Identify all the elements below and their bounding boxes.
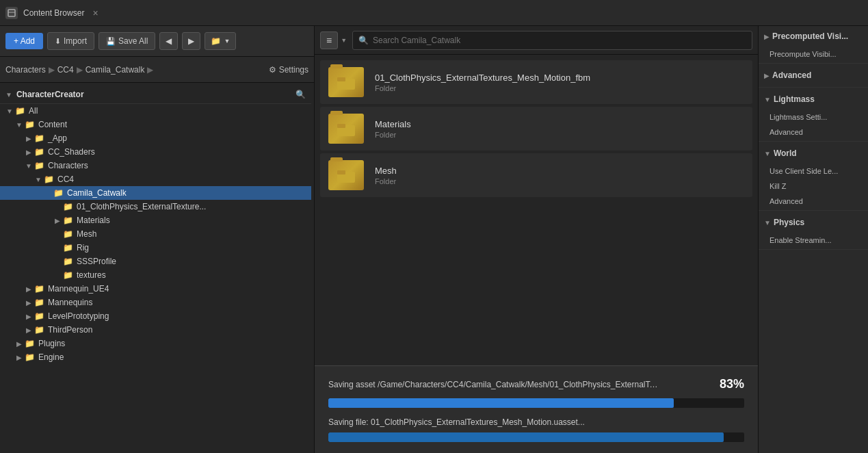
folder-name: Mesh — [375, 166, 397, 176]
save-icon: 💾 — [106, 37, 116, 46]
tree-item-label: Mannequin_UE4 — [48, 284, 109, 294]
filter-button[interactable]: ≡ — [320, 31, 338, 49]
rp-section-title: Precomputed Visi... — [772, 31, 848, 41]
folder-icon: 📁 — [34, 133, 44, 143]
tree-item-thirdperson[interactable]: ▶📁ThirdPerson — [0, 323, 311, 337]
tree-item-levelprototyping[interactable]: ▶📁LevelPrototyping — [0, 309, 311, 323]
tree-item-all[interactable]: ▼📁All — [0, 104, 311, 118]
progress-bar-inner2 — [328, 432, 724, 442]
folder-item[interactable]: Mesh Folder — [320, 153, 752, 197]
main-layout: + Add ⬇ Import 💾 Save All ◀ ▶ 📁 ▼ Charac… — [0, 26, 868, 453]
tree-item-mannequins[interactable]: ▶📁Mannequins — [0, 296, 311, 309]
folder-info: Mesh Folder — [375, 166, 397, 185]
folder-type: Folder — [375, 131, 411, 139]
breadcrumb: Characters ▶ CC4 ▶ Camila_Catwalk ▶ ⚙ Se… — [0, 57, 314, 83]
tree-item-01_clothphysics_externaltexture___[interactable]: 📁01_ClothPhysics_ExternalTexture... — [0, 200, 311, 213]
rp-section-header[interactable]: ▼Physics — [759, 212, 868, 233]
panel-header: ≡ ▼ 🔍 — [315, 26, 758, 55]
tree-item-label: Materials — [77, 216, 110, 225]
tree-header: ▼ CharacterCreator 🔍 — [0, 86, 311, 104]
tree-item-materials[interactable]: ▶📁Materials — [0, 213, 311, 227]
folder-icon: 📁 — [44, 174, 54, 184]
forward-button[interactable]: ▶ — [182, 32, 200, 50]
rp-item[interactable]: Enable Streamin... — [759, 233, 868, 248]
folder-icon: 📁 — [63, 216, 73, 225]
tree-item-label: Rig — [77, 243, 89, 253]
folder-item[interactable]: Materials Folder — [320, 107, 752, 151]
tree-item-label: 01_ClothPhysics_ExternalTexture... — [77, 202, 206, 211]
rp-section-title: Physics — [774, 218, 804, 227]
tree-item-camila_catwalk[interactable]: 📁Camila_Catwalk — [0, 186, 311, 200]
rp-section-header[interactable]: ▼World — [759, 143, 868, 164]
tree-item-cc_shaders[interactable]: ▶📁CC_Shaders — [0, 145, 311, 159]
tree-item-label: ThirdPerson — [48, 325, 92, 335]
folder-thumbnail — [328, 67, 364, 97]
rp-section-header[interactable]: ▶Advanced — [759, 65, 868, 86]
import-button[interactable]: ⬇ Import — [47, 32, 94, 50]
tree-item-label: Content — [38, 120, 67, 129]
rp-item[interactable]: Precompute Visibi... — [759, 47, 868, 62]
rp-chevron-icon: ▼ — [764, 96, 771, 103]
tree-search-icon[interactable]: 🔍 — [295, 90, 306, 99]
back-button[interactable]: ◀ — [159, 32, 178, 50]
tree-item-cc4[interactable]: ▼📁CC4 — [0, 172, 311, 186]
tree-item-engine[interactable]: ▶📁Engine — [0, 350, 311, 364]
tree-container: ▼📁All▼📁Content▶📁_App▶📁CC_Shaders▼📁Charac… — [0, 104, 311, 364]
tree-item-plugins[interactable]: ▶📁Plugins — [0, 337, 311, 350]
rp-section-title: World — [774, 148, 797, 158]
tree-item-label: CC_Shaders — [48, 147, 95, 157]
folder-thumbnail — [328, 114, 364, 144]
rp-section-header[interactable]: ▶Precomputed Visi... — [759, 26, 868, 47]
tree-item-label: SSSProfile — [77, 257, 116, 266]
folder-icon: 📁 — [63, 229, 73, 239]
settings-button[interactable]: ⚙ Settings — [269, 65, 308, 75]
tree-item-rig[interactable]: 📁Rig — [0, 241, 311, 255]
breadcrumb-camila[interactable]: Camila_Catwalk — [86, 65, 145, 75]
tree-item-label: Camila_Catwalk — [67, 188, 127, 198]
rp-item[interactable]: Advanced — [759, 194, 868, 209]
folder-icon: 📁 — [15, 106, 25, 116]
folder-button[interactable]: 📁 ▼ — [205, 32, 236, 50]
tree-title: CharacterCreator — [16, 90, 84, 99]
rp-item[interactable]: Advanced — [759, 125, 868, 140]
rp-item[interactable]: Kill Z — [759, 179, 868, 194]
svg-rect-3 — [337, 77, 345, 81]
tree-item-mesh[interactable]: 📁Mesh — [0, 227, 311, 241]
title-bar: Content Browser × — [0, 0, 868, 26]
save-all-button[interactable]: 💾 Save All — [98, 32, 155, 50]
tree-item-textures[interactable]: 📁textures — [0, 268, 311, 282]
breadcrumb-cc4[interactable]: CC4 — [57, 65, 74, 75]
saving-text: Saving asset /Game/Characters/CC4/Camila… — [328, 380, 661, 389]
section-divider — [759, 249, 868, 250]
chevron-icon: ▶ — [25, 299, 33, 307]
app-icon — [5, 7, 18, 19]
rp-item[interactable]: Use Client Side Le... — [759, 164, 868, 179]
chevron-icon: ▼ — [34, 176, 42, 183]
tree-item-label: Mesh — [77, 229, 96, 239]
tree-item-content[interactable]: ▼📁Content — [0, 118, 311, 131]
section-divider — [759, 210, 868, 211]
saving-file-text: Saving file: 01_ClothPhysics_ExternalTex… — [328, 417, 744, 427]
saving-title: Saving asset /Game/Characters/CC4/Camila… — [328, 377, 744, 391]
folder-icon-sm: 📁 — [211, 36, 221, 46]
svg-rect-0 — [8, 10, 15, 16]
tree-panel: ▼ CharacterCreator 🔍 ▼📁All▼📁Content▶📁_Ap… — [0, 83, 311, 453]
add-button[interactable]: + Add — [5, 33, 43, 49]
rp-item[interactable]: Lightmass Setti... — [759, 109, 868, 125]
title-bar-text: Content Browser — [23, 8, 84, 18]
breadcrumb-characters[interactable]: Characters — [5, 65, 46, 75]
tree-item-mannequin_ue4[interactable]: ▶📁Mannequin_UE4 — [0, 282, 311, 296]
tree-item-characters[interactable]: ▼📁Characters — [0, 159, 311, 172]
close-button[interactable]: × — [92, 8, 98, 18]
rp-section-header[interactable]: ▼Lightmass — [759, 89, 868, 109]
tree-chevron: ▼ — [5, 91, 12, 99]
folder-name: 01_ClothPhysics_ExternalTextures_Mesh_Mo… — [375, 73, 590, 83]
tree-item-label: Characters — [48, 161, 88, 170]
tree-item-sssprofile[interactable]: 📁SSSProfile — [0, 255, 311, 268]
folder-icon: 📁 — [25, 339, 35, 348]
tree-item-_app[interactable]: ▶📁_App — [0, 131, 311, 145]
folder-item[interactable]: 01_ClothPhysics_ExternalTextures_Mesh_Mo… — [320, 60, 752, 104]
progress-bar-outer2 — [328, 432, 744, 442]
svg-rect-5 — [337, 124, 345, 128]
search-input[interactable] — [373, 36, 746, 45]
